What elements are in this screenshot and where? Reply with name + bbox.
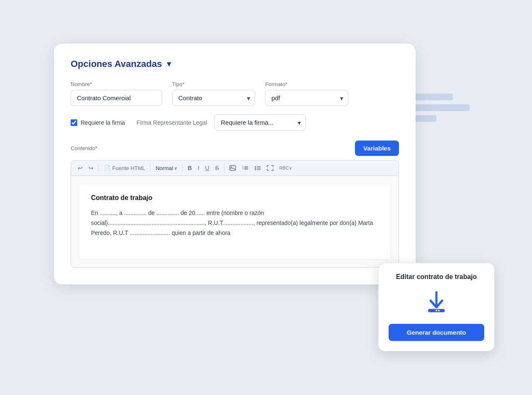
tipo-select-wrapper: Contrato Convenio Acuerdo ▾ <box>172 90 255 106</box>
download-icon-wrap <box>389 289 484 316</box>
form-group-nombre: Nombre* <box>71 81 162 106</box>
fullscreen-icon <box>267 165 273 171</box>
contract-body: En .........., a .............. de .....… <box>91 208 379 238</box>
toolbar-divider-3 <box>182 164 182 172</box>
svg-point-15 <box>436 310 437 311</box>
strikethrough-button[interactable]: S <box>214 164 221 172</box>
download-icon <box>423 289 450 316</box>
editor-toolbar: ↩ ↪ 📄 Fuente HTML Normal ∨ B I U S <box>71 160 399 176</box>
ordered-list-icon: 1 2 3 <box>242 165 249 171</box>
firma-rep-group: Firma Representante Legal Requiere la fi… <box>137 114 306 131</box>
contenido-header: Contenido* Variables <box>71 141 399 156</box>
toolbar-divider-1 <box>99 164 99 172</box>
editor-body: Contrato de trabajo En .........., a ...… <box>71 176 399 267</box>
secondary-card: Editar contrato de trabajo Generar docum… <box>378 263 495 351</box>
undo-button[interactable]: ↩ <box>76 164 84 172</box>
firma-rep-select[interactable]: Requiere la firma... No requiere <box>214 114 306 131</box>
variables-button[interactable]: Variables <box>355 141 399 156</box>
form-group-tipo: Tipo* Contrato Convenio Acuerdo ▾ <box>172 81 255 106</box>
main-card: Opciones Avanzadas ▼ Nombre* Tipo* Contr… <box>54 44 416 284</box>
file-icon: 📄 <box>104 165 111 171</box>
svg-point-16 <box>438 310 440 311</box>
svg-point-9 <box>255 168 256 169</box>
tipo-label: Tipo* <box>172 81 255 87</box>
fullscreen-button[interactable] <box>265 164 275 172</box>
firma-rep-select-wrapper: Requiere la firma... No requiere ▾ <box>214 114 306 131</box>
html-source-label: Fuente HTML <box>112 165 145 171</box>
firma-rep-label: Firma Representante Legal <box>137 119 207 126</box>
unordered-list-button[interactable] <box>253 164 263 172</box>
nombre-input[interactable] <box>71 90 162 106</box>
svg-point-10 <box>255 169 256 170</box>
italic-button[interactable]: I <box>196 164 201 172</box>
formato-select[interactable]: pdf docx odt <box>265 90 348 106</box>
format-chevron-icon: ∨ <box>174 166 177 170</box>
svg-text:3: 3 <box>242 168 244 170</box>
format-label: Normal <box>155 165 173 171</box>
section-title-chevron: ▼ <box>165 60 173 69</box>
form-group-formato: Formato* pdf docx odt ▾ <box>265 81 348 106</box>
requiere-firma-checkbox[interactable] <box>71 119 77 126</box>
format-select-button[interactable]: Normal ∨ <box>154 164 179 172</box>
formato-select-wrapper: pdf docx odt ▾ <box>265 90 348 106</box>
unordered-list-icon <box>254 165 261 171</box>
svg-point-8 <box>255 166 256 168</box>
underline-button[interactable]: U <box>203 164 211 172</box>
contract-title: Contrato de trabajo <box>91 194 379 202</box>
form-row-1: Nombre* Tipo* Contrato Convenio Acuerdo … <box>71 81 399 106</box>
form-row-2: Requiere la firma Firma Representante Le… <box>71 114 399 131</box>
section-title[interactable]: Opciones Avanzadas ▼ <box>71 59 399 69</box>
section-title-text: Opciones Avanzadas <box>71 59 162 69</box>
editor-container: ↩ ↪ 📄 Fuente HTML Normal ∨ B I U S <box>71 160 399 268</box>
tipo-select[interactable]: Contrato Convenio Acuerdo <box>172 90 255 106</box>
bold-button[interactable]: B <box>186 164 193 172</box>
secondary-card-title: Editar contrato de trabajo <box>389 273 484 281</box>
image-icon <box>229 165 236 171</box>
toolbar-divider-2 <box>150 164 150 172</box>
requiere-firma-group: Requiere la firma <box>71 119 125 126</box>
formato-label: Formato* <box>265 81 348 87</box>
html-source-button[interactable]: 📄 Fuente HTML <box>102 164 147 172</box>
rbc-button[interactable]: RBC∨ <box>278 165 294 172</box>
generar-documento-button[interactable]: Generar documento <box>389 324 484 341</box>
svg-rect-0 <box>230 165 236 170</box>
image-button[interactable] <box>228 164 238 172</box>
requiere-firma-label: Requiere la firma <box>81 119 125 126</box>
redo-button[interactable]: ↪ <box>87 164 95 172</box>
contenido-label: Contenido* <box>71 145 97 151</box>
ordered-list-button[interactable]: 1 2 3 <box>240 164 250 172</box>
toolbar-divider-4 <box>224 164 224 172</box>
editor-inner[interactable]: Contrato de trabajo En .........., a ...… <box>79 184 390 259</box>
nombre-label: Nombre* <box>71 81 162 87</box>
